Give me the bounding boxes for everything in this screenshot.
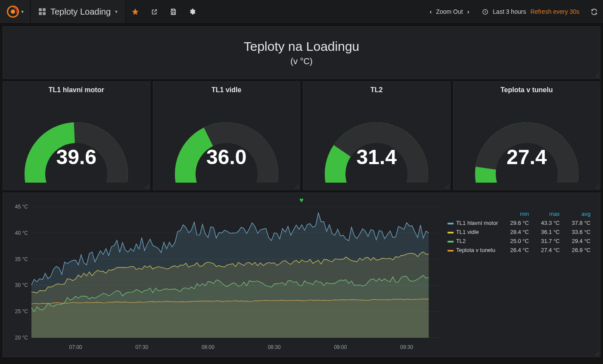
resize-handle-icon[interactable] [595,352,599,356]
svg-text:35 °C: 35 °C [15,256,28,262]
chevron-right-icon[interactable]: › [467,8,469,15]
svg-text:25 °C: 25 °C [15,308,28,314]
dashboard-body: Teploty na Loadingu (v °C) TL1 hlavní mo… [0,24,603,362]
legend-table: minmaxavgTL1 hlavní motor29.6 °C43.3 °C3… [441,209,597,255]
timeseries-panel: ♥ 20 °C25 °C30 °C35 °C40 °C45 °C07:0007:… [3,193,600,357]
gauge-value: 36.0 [153,145,300,169]
svg-point-1 [11,9,15,14]
svg-text:08:30: 08:30 [268,344,281,350]
gauge-panel: TL1 vidle36.0 [153,81,301,190]
settings-icon[interactable] [183,0,202,23]
panel-title: TL2 [370,82,382,94]
svg-rect-7 [172,12,174,14]
resize-handle-icon[interactable] [595,73,599,78]
gauge[interactable] [12,101,141,183]
legend-header: avg [566,209,597,218]
dashboard-picker[interactable]: Teploty Loading ▾ [31,0,126,23]
share-icon[interactable] [145,0,164,23]
svg-rect-3 [43,8,46,11]
svg-rect-4 [39,12,42,15]
page-title: Teploty na Loadingu [244,39,360,54]
resize-handle-icon[interactable] [145,184,149,189]
svg-text:40 °C: 40 °C [15,230,28,236]
resize-handle-icon[interactable] [595,184,599,189]
svg-text:09:30: 09:30 [400,344,413,350]
svg-rect-6 [172,9,174,11]
legend-row[interactable]: TL225.0 °C31.7 °C29.4 °C [441,236,597,246]
refresh-icon[interactable] [591,8,598,16]
svg-text:09:00: 09:00 [334,344,347,350]
gauge-row: TL1 hlavní motor39.6TL1 vidle36.0TL231.4… [3,81,600,190]
svg-text:30 °C: 30 °C [15,282,28,288]
svg-rect-5 [43,12,46,15]
dashboard-name: Teploty Loading [50,7,111,17]
gauge[interactable] [312,101,441,183]
legend-header: min [504,209,535,218]
heart-icon: ♥ [299,196,304,204]
time-range-label[interactable]: Last 3 hours [493,8,526,15]
legend-header: max [535,209,566,218]
gauge[interactable] [462,101,591,183]
legend-row[interactable]: TL1 vidle28.4 °C36.1 °C33.6 °C [441,227,597,236]
panel-title: TL1 vidle [211,82,241,94]
gauge-panel: Teplota v tunelu27.4 [453,81,601,190]
chevron-down-icon: ▾ [115,9,118,15]
clock-icon [482,9,488,15]
svg-rect-2 [39,8,42,11]
svg-text:45 °C: 45 °C [15,204,28,210]
resize-handle-icon[interactable] [295,184,299,189]
gauge[interactable] [162,101,291,183]
svg-text:20 °C: 20 °C [15,335,28,341]
refresh-interval-label[interactable]: Refresh every 30s [530,8,579,15]
chevron-left-icon[interactable]: ‹ [430,8,432,15]
timeseries-chart[interactable]: 20 °C25 °C30 °C35 °C40 °C45 °C07:0007:30… [6,199,446,354]
panel-title: Teplota v tunelu [500,82,553,94]
svg-text:07:30: 07:30 [135,344,148,350]
page-subtitle: (v °C) [290,56,312,66]
toolbar [126,0,202,23]
gauge-panel: TL231.4 [303,81,451,190]
resize-handle-icon[interactable] [445,184,449,189]
zoom-out-button[interactable]: Zoom Out [436,8,463,15]
time-picker[interactable]: ‹ Zoom Out › Last 3 hours Refresh every … [425,0,603,23]
grafana-logo[interactable]: ▾ [0,0,31,23]
gauge-panel: TL1 hlavní motor39.6 [3,81,150,190]
gauge-value: 39.6 [3,145,150,169]
svg-text:07:00: 07:00 [69,344,82,350]
chevron-down-icon: ▾ [21,9,24,15]
gauge-value: 31.4 [303,145,450,169]
navbar: ▾ Teploty Loading ▾ ‹ Zoom Out › Last 3 [0,0,603,24]
dashboard-icon [38,8,46,16]
star-icon[interactable] [126,0,145,23]
gauge-value: 27.4 [454,145,600,169]
panel-title: TL1 hlavní motor [49,82,104,94]
svg-text:08:00: 08:00 [202,344,214,350]
legend-row[interactable]: TL1 hlavní motor29.6 °C43.3 °C37.8 °C [441,218,597,227]
title-panel: Teploty na Loadingu (v °C) [3,26,600,79]
legend-row[interactable]: Teplota v tunelu26.4 °C27.4 °C26.9 °C [441,246,597,255]
save-icon[interactable] [164,0,183,23]
